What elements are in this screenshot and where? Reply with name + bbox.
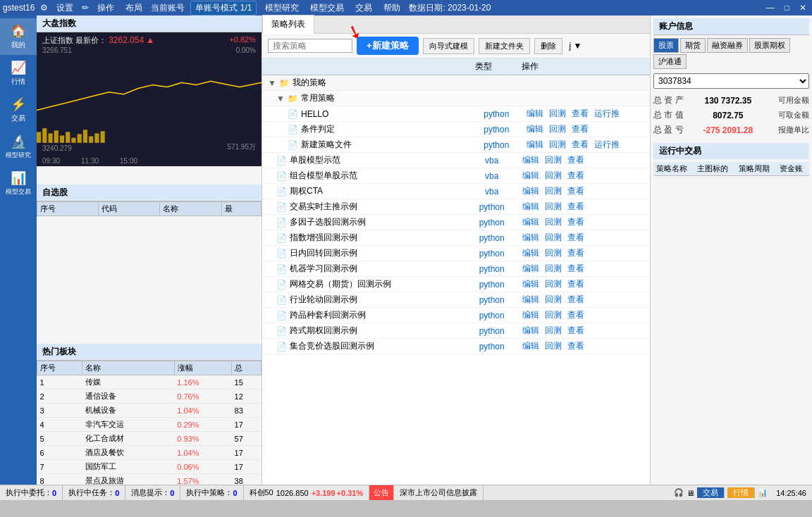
tab-strategy-list[interactable]: 策略列表 bbox=[262, 15, 314, 34]
action-link[interactable]: 查看 bbox=[567, 325, 584, 337]
hot-sector-row[interactable]: 8 景点及旅游 1.57% 38 bbox=[37, 474, 262, 485]
strategy-row[interactable]: 📄跨式期权回测示例python编辑回测查看 bbox=[262, 323, 650, 339]
model-research-btn[interactable]: 模型研究 bbox=[262, 2, 302, 14]
action-link[interactable]: 编辑 bbox=[522, 294, 539, 306]
action-link[interactable]: 编辑 bbox=[522, 247, 539, 259]
strategy-row[interactable]: 📄期权CTAvba编辑回测查看 bbox=[262, 184, 650, 199]
hot-sector-row[interactable]: 1 传媒 1.16% 15 bbox=[37, 375, 262, 390]
strategy-row[interactable]: 📄日内回转回测示例python编辑回测查看 bbox=[262, 246, 650, 261]
strategy-row[interactable]: 📄单股模型示范vba编辑回测查看 bbox=[262, 153, 650, 168]
announcement-badge[interactable]: 公告 bbox=[369, 485, 394, 500]
action-link[interactable]: 编辑 bbox=[522, 170, 539, 182]
hot-sector-row[interactable]: 3 机械设备 1.04% 83 bbox=[37, 404, 262, 418]
action-link[interactable]: 回测 bbox=[549, 108, 566, 120]
action-link[interactable]: 查看 bbox=[567, 201, 584, 213]
model-trade-btn[interactable]: 模型交易 bbox=[307, 2, 347, 14]
action-link[interactable]: 回测 bbox=[545, 232, 562, 244]
action-link[interactable]: 运行推 bbox=[594, 108, 620, 120]
new-strategy-button[interactable]: +新建策略 bbox=[357, 37, 419, 55]
action-link[interactable]: 编辑 bbox=[527, 123, 543, 135]
action-link[interactable]: 编辑 bbox=[527, 139, 543, 151]
sidebar-item-trade[interactable]: ⚡ 交易 bbox=[0, 92, 37, 128]
strategy-row[interactable]: 📄行业轮动回测示例python编辑回测查看 bbox=[262, 292, 650, 308]
new-folder-button[interactable]: 新建文件夹 bbox=[479, 38, 530, 54]
sidebar-item-model-trade[interactable]: 📊 模型交易 bbox=[0, 165, 37, 201]
strategy-row[interactable]: 📄新建策略文件python编辑回测查看运行推 bbox=[262, 137, 650, 153]
action-link[interactable]: 回测 bbox=[545, 309, 562, 321]
action-link[interactable]: 查看 bbox=[567, 154, 584, 166]
action-link[interactable]: 编辑 bbox=[522, 216, 539, 228]
action-link[interactable]: 查看 bbox=[567, 340, 584, 352]
account-select[interactable]: 3037834 bbox=[653, 73, 809, 89]
action-link[interactable]: 查看 bbox=[567, 263, 584, 275]
hot-sector-row[interactable]: 2 通信设备 0.76% 12 bbox=[37, 390, 262, 404]
action-link[interactable]: 回测 bbox=[545, 278, 562, 290]
action-link[interactable]: 编辑 bbox=[527, 108, 543, 120]
sidebar-item-model-research[interactable]: 🔬 模型研究 bbox=[0, 128, 37, 165]
action-link[interactable]: 查看 bbox=[567, 216, 584, 228]
help-btn-title[interactable]: 帮助 bbox=[381, 2, 403, 14]
strategy-search-input[interactable] bbox=[268, 39, 352, 53]
hot-sector-scroll[interactable]: 序号 名称 涨幅 总 1 传媒 1.16% 15 2 通信设备 0.76% 12… bbox=[37, 361, 262, 485]
strategy-row[interactable]: 📄网格交易（期货）回测示例python编辑回测查看 bbox=[262, 277, 650, 292]
strategy-row[interactable]: 📄指数增强回测示例python编辑回测查看 bbox=[262, 230, 650, 246]
quote-btn-status[interactable]: 行情 bbox=[727, 487, 755, 498]
sidebar-item-home[interactable]: 🏠 我的 bbox=[0, 18, 37, 55]
action-link[interactable]: 查看 bbox=[567, 309, 584, 321]
strategy-row[interactable]: 📄组合模型单股示范vba编辑回测查看 bbox=[262, 168, 650, 184]
account-tab-options[interactable]: 股票期权 bbox=[749, 38, 790, 53]
action-link[interactable]: 回测 bbox=[545, 185, 562, 197]
action-link[interactable]: 查看 bbox=[572, 108, 589, 120]
action-link[interactable]: 回测 bbox=[545, 154, 562, 166]
action-link[interactable]: 回测 bbox=[545, 325, 562, 337]
action-link[interactable]: 查看 bbox=[572, 139, 589, 151]
action-link[interactable]: 编辑 bbox=[522, 263, 539, 275]
close-btn[interactable]: ✕ bbox=[796, 3, 809, 13]
hot-sector-row[interactable]: 4 非汽车交运 0.29% 17 bbox=[37, 418, 262, 432]
strategy-row[interactable]: 📄集合竞价选股回测示例python编辑回测查看 bbox=[262, 339, 650, 354]
operations-menu[interactable]: 操作 bbox=[94, 2, 117, 14]
strategy-list-area[interactable]: ▼📁我的策略▼📁常用策略📄HELLOpython编辑回测查看运行推📄条件判定py… bbox=[262, 75, 650, 485]
settings-menu[interactable]: 设置 bbox=[54, 2, 76, 14]
action-link[interactable]: 回测 bbox=[545, 216, 562, 228]
action-link[interactable]: 编辑 bbox=[522, 154, 539, 166]
watchlist-table-scroll[interactable]: 序号 代码 名称 最 bbox=[37, 201, 262, 344]
strategy-row[interactable]: ▼📁我的策略 bbox=[262, 75, 650, 91]
sidebar-item-quote[interactable]: 📈 行情 bbox=[0, 55, 37, 92]
action-link[interactable]: 回测 bbox=[545, 247, 562, 259]
action-link[interactable]: 回测 bbox=[545, 294, 562, 306]
action-link[interactable]: 查看 bbox=[567, 185, 584, 197]
hot-sector-row[interactable]: 5 化工合成材 0.93% 57 bbox=[37, 432, 262, 446]
action-link[interactable]: 回测 bbox=[549, 123, 566, 135]
minimize-btn[interactable]: — bbox=[763, 3, 777, 13]
action-link[interactable]: 编辑 bbox=[522, 201, 539, 213]
action-link[interactable]: 查看 bbox=[567, 278, 584, 290]
strategy-row[interactable]: 📄机器学习回测示例python编辑回测查看 bbox=[262, 261, 650, 277]
maximize-btn[interactable]: □ bbox=[782, 3, 792, 13]
trade-btn-status[interactable]: 交易 bbox=[697, 487, 725, 498]
hot-sector-row[interactable]: 7 国防军工 0.06% 17 bbox=[37, 460, 262, 474]
delete-button[interactable]: 删除 bbox=[534, 38, 562, 54]
account-mode[interactable]: 单账号模式 1/1 bbox=[190, 1, 257, 15]
account-tab-margin[interactable]: 融资融券 bbox=[707, 38, 748, 53]
account-tab-hk[interactable]: 沪港通 bbox=[653, 54, 687, 69]
action-link[interactable]: 回测 bbox=[545, 201, 562, 213]
action-link[interactable]: 查看 bbox=[572, 123, 589, 135]
action-link[interactable]: 编辑 bbox=[522, 340, 539, 352]
action-link[interactable]: 回测 bbox=[545, 263, 562, 275]
action-link[interactable]: 回测 bbox=[549, 139, 566, 151]
strategy-row[interactable]: 📄条件判定python编辑回测查看 bbox=[262, 122, 650, 137]
action-link[interactable]: 回测 bbox=[545, 170, 562, 182]
action-link[interactable]: 编辑 bbox=[522, 185, 539, 197]
strategy-row[interactable]: 📄跨品种套利回测示例python编辑回测查看 bbox=[262, 308, 650, 323]
action-link[interactable]: 编辑 bbox=[522, 309, 539, 321]
strategy-row[interactable]: ▼📁常用策略 bbox=[262, 91, 650, 106]
account-tab-stock[interactable]: 股票 bbox=[653, 38, 679, 53]
action-link[interactable]: 查看 bbox=[567, 170, 584, 182]
account-tab-futures[interactable]: 期货 bbox=[680, 38, 706, 53]
layout-menu[interactable]: 布局 bbox=[123, 2, 145, 14]
hot-sector-row[interactable]: 6 酒店及餐饮 1.04% 17 bbox=[37, 446, 262, 460]
strategy-row[interactable]: 📄交易实时主推示例python编辑回测查看 bbox=[262, 199, 650, 215]
strategy-row[interactable]: 📄多因子选股回测示例python编辑回测查看 bbox=[262, 215, 650, 230]
action-link[interactable]: 编辑 bbox=[522, 325, 539, 337]
